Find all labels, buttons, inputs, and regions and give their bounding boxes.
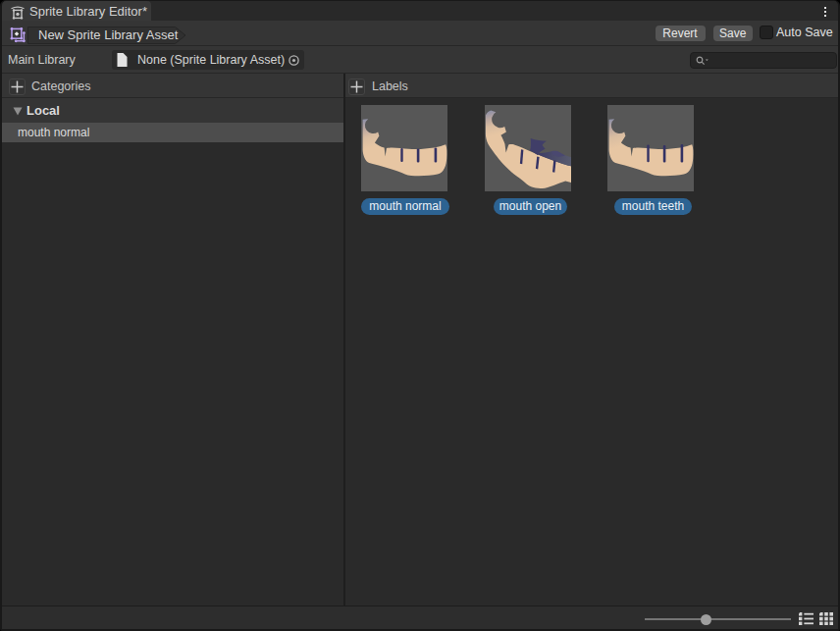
svg-text:New Sprite Library Asset: New Sprite Library Asset	[38, 27, 179, 42]
